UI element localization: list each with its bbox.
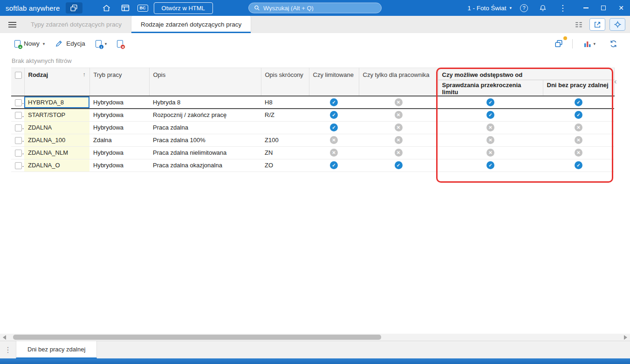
bool-cell[interactable] bbox=[438, 159, 543, 172]
help-button[interactable]: ? bbox=[520, 4, 528, 12]
text-cell[interactable]: Hybrydowa bbox=[89, 146, 149, 159]
maximize-button[interactable] bbox=[600, 5, 607, 11]
menu-button[interactable] bbox=[0, 16, 21, 33]
bool-cell[interactable] bbox=[438, 96, 543, 109]
bool-cell[interactable] bbox=[438, 146, 543, 159]
table-row[interactable]: HYBRYDA_8HybrydowaHybryda 8H8 bbox=[11, 96, 614, 109]
bool-cell[interactable] bbox=[359, 109, 438, 121]
modules-button[interactable] bbox=[66, 2, 82, 14]
more-menu-button[interactable]: ⋮ bbox=[558, 4, 568, 12]
bool-cell[interactable] bbox=[438, 121, 543, 134]
bool-cell[interactable] bbox=[543, 146, 614, 159]
col-header-opis[interactable]: Opis bbox=[149, 68, 261, 96]
text-cell[interactable]: Hybrydowa bbox=[89, 121, 149, 134]
bool-cell[interactable] bbox=[309, 146, 359, 159]
bool-cell[interactable] bbox=[543, 134, 614, 146]
scroll-left-arrow[interactable] bbox=[3, 335, 6, 340]
text-cell[interactable]: Praca zdalna okazjonalna bbox=[149, 159, 261, 172]
company-selector[interactable]: 1 - Foto Świat ▾ bbox=[467, 5, 512, 12]
text-cell[interactable]: Hybrydowa bbox=[89, 159, 149, 172]
table-row[interactable]: ZDALNA_100ZdalnaPraca zdalna 100%Z100 bbox=[11, 134, 614, 146]
row-checkbox[interactable] bbox=[15, 162, 22, 169]
text-cell[interactable]: ZN bbox=[261, 146, 309, 159]
col-header-dni-bez-pracy-zdalnej[interactable]: Dni bez pracy zdalnej bbox=[543, 80, 614, 96]
row-checkbox[interactable] bbox=[15, 137, 22, 144]
new-button[interactable]: + Nowy ▾ bbox=[10, 38, 49, 50]
text-cell[interactable]: Hybryda 8 bbox=[149, 96, 261, 109]
doc-info-button[interactable]: i ▾ bbox=[91, 38, 111, 50]
bool-cell[interactable] bbox=[359, 146, 438, 159]
search-input[interactable] bbox=[263, 5, 376, 12]
instances-button[interactable] bbox=[552, 38, 565, 50]
locate-button[interactable] bbox=[609, 18, 625, 31]
bool-cell[interactable] bbox=[359, 96, 438, 109]
text-cell[interactable]: START/STOP bbox=[24, 109, 89, 121]
text-cell[interactable]: HYBRYDA_8 bbox=[24, 96, 89, 109]
tab-typy-zdarzen[interactable]: Typy zdarzeń dotyczących pracy bbox=[21, 16, 131, 33]
text-cell[interactable]: ZO bbox=[261, 159, 309, 172]
bc-button[interactable]: BC bbox=[137, 5, 148, 12]
edit-button[interactable]: Edycja bbox=[51, 37, 89, 50]
notifications-button[interactable] bbox=[536, 2, 549, 14]
bool-cell[interactable] bbox=[438, 134, 543, 146]
text-cell[interactable]: Hybrydowa bbox=[89, 109, 149, 121]
text-cell[interactable]: ZDALNA bbox=[24, 121, 89, 134]
text-cell[interactable] bbox=[261, 121, 309, 134]
bottom-tab-dni-bez-pracy-zdalnej[interactable]: Dni bez pracy zdalnej bbox=[16, 341, 97, 358]
text-cell[interactable]: ZDALNA_100 bbox=[24, 134, 89, 146]
col-header-rodzaj[interactable]: Rodzaj ↑ bbox=[24, 68, 89, 96]
col-header-sprawdzania-limitu[interactable]: Sprawdzania przekroczenia limitu bbox=[438, 80, 543, 96]
bool-cell[interactable] bbox=[543, 109, 614, 121]
bool-cell[interactable] bbox=[543, 96, 614, 109]
text-cell[interactable]: Praca zdalna bbox=[149, 121, 261, 134]
table-row[interactable]: ZDALNAHybrydowaPraca zdalna bbox=[11, 121, 614, 134]
table-row[interactable]: ZDALNA_NLMHybrydowaPraca zdalna nielimit… bbox=[11, 146, 614, 159]
bool-cell[interactable] bbox=[438, 109, 543, 121]
select-all-header[interactable] bbox=[11, 68, 24, 96]
chart-button[interactable]: ▾ bbox=[580, 38, 600, 50]
row-checkbox[interactable] bbox=[15, 99, 22, 106]
text-cell[interactable]: Praca zdalna 100% bbox=[149, 134, 261, 146]
text-cell[interactable]: Hybrydowa bbox=[89, 96, 149, 109]
table-row[interactable]: ZDALNA_OHybrydowaPraca zdalna okazjonaln… bbox=[11, 159, 614, 172]
text-cell[interactable]: ZDALNA_NLM bbox=[24, 146, 89, 159]
minimize-button[interactable] bbox=[582, 5, 589, 11]
tab-rodzaje-zdarzen[interactable]: Rodzaje zdarzeń dotyczących pracy bbox=[131, 16, 251, 33]
table-row[interactable]: START/STOPHybrydowaRozpocznij / zakończ … bbox=[11, 109, 614, 121]
text-cell[interactable]: H8 bbox=[261, 96, 309, 109]
bottom-kebab-icon[interactable]: ⋮ bbox=[0, 341, 16, 358]
text-cell[interactable]: Z100 bbox=[261, 134, 309, 146]
row-checkbox[interactable] bbox=[15, 124, 22, 131]
bool-cell[interactable] bbox=[309, 134, 359, 146]
bool-cell[interactable] bbox=[543, 159, 614, 172]
search-box[interactable] bbox=[248, 3, 382, 14]
col-header-czy-tylko-dla-pracownika[interactable]: Czy tylko dla pracownika bbox=[359, 68, 438, 96]
refresh-button[interactable] bbox=[607, 38, 620, 50]
tab-list-button[interactable] bbox=[572, 19, 585, 31]
text-cell[interactable]: R/Z bbox=[261, 109, 309, 121]
bool-cell[interactable] bbox=[309, 159, 359, 172]
home-button[interactable] bbox=[100, 2, 113, 14]
text-cell[interactable]: ZDALNA_O bbox=[24, 159, 89, 172]
text-cell[interactable]: Praca zdalna nielimitowana bbox=[149, 146, 261, 159]
delete-button[interactable]: ✕ bbox=[113, 38, 127, 50]
news-button[interactable] bbox=[119, 2, 132, 14]
scrollbar-thumb[interactable] bbox=[13, 335, 381, 340]
scroll-right-arrow[interactable] bbox=[624, 335, 627, 340]
col-header-czy-limitowane[interactable]: Czy limitowane bbox=[309, 68, 359, 96]
select-all-checkbox[interactable] bbox=[15, 72, 22, 79]
bool-cell[interactable] bbox=[359, 159, 438, 172]
col-header-opis-skrocony[interactable]: Opis skrócony bbox=[261, 68, 309, 96]
col-header-tryb-pracy[interactable]: Tryb pracy bbox=[89, 68, 149, 96]
open-in-html-button[interactable]: Otwórz w HTML bbox=[154, 2, 213, 14]
share-button[interactable] bbox=[589, 18, 605, 31]
bool-cell[interactable] bbox=[309, 109, 359, 121]
row-checkbox[interactable] bbox=[15, 150, 22, 157]
row-checkbox[interactable] bbox=[15, 112, 22, 119]
horizontal-scrollbar[interactable] bbox=[0, 334, 630, 341]
bool-cell[interactable] bbox=[359, 121, 438, 134]
text-cell[interactable]: Rozpocznij / zakończ pracę bbox=[149, 109, 261, 121]
text-cell[interactable]: Zdalna bbox=[89, 134, 149, 146]
bool-cell[interactable] bbox=[309, 121, 359, 134]
bool-cell[interactable] bbox=[543, 121, 614, 134]
